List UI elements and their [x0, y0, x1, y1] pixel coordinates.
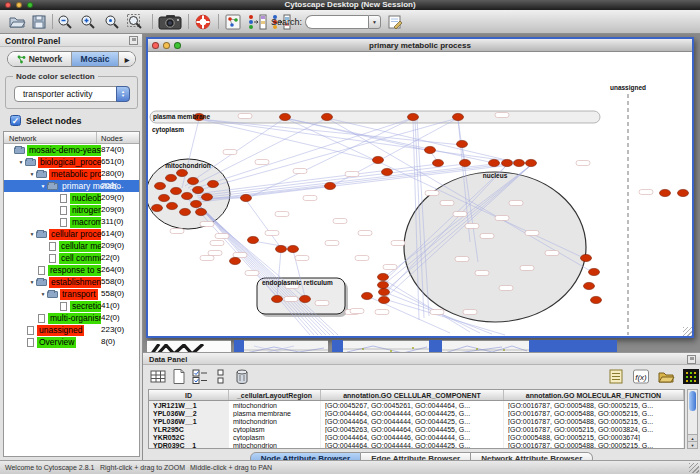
tree-row[interactable]: response to stimul264(0) [4, 264, 139, 276]
network-node[interactable] [489, 159, 500, 166]
network-node[interactable] [202, 193, 213, 200]
scroll-up-icon[interactable]: ▲ [688, 434, 697, 441]
tree-row[interactable]: cellular metabol209(0) [4, 240, 139, 252]
network-node[interactable] [171, 187, 182, 194]
table-cell[interactable]: [GO:0016787, GO:0005488, GO:0005215, G..… [504, 401, 684, 409]
network-overview-icon[interactable] [224, 13, 242, 31]
table-cell[interactable]: YPL036W__2 [149, 409, 229, 417]
tree-row[interactable]: macromolecule311(0) [4, 216, 139, 228]
snapshot-icon[interactable] [158, 13, 182, 31]
network-node[interactable] [453, 113, 464, 120]
delete-attribute-icon[interactable] [233, 368, 251, 385]
background-window-fragment[interactable] [343, 340, 429, 352]
tree-row[interactable]: unassigned223(0) [4, 324, 139, 336]
table-cell[interactable]: cytoplasm [229, 433, 321, 441]
zoom-in-icon[interactable] [79, 13, 97, 31]
network-node[interactable] [433, 159, 444, 166]
expand-triangle-icon[interactable]: ▼ [17, 159, 25, 165]
help-icon[interactable] [194, 13, 212, 31]
table-cell[interactable]: YLR295C [149, 425, 229, 433]
table-row[interactable]: YJR121W__1mitochondrion[GO:0045267, GO:0… [149, 401, 684, 409]
network-node[interactable] [589, 268, 600, 275]
table-column-header[interactable]: annotation.GO CELLULAR_COMPONENT [321, 390, 504, 400]
network-node[interactable] [325, 182, 336, 189]
network-node[interactable] [180, 208, 191, 215]
network-graph[interactable]: plasma membranecytoplasmmitochondrionnuc… [148, 52, 692, 336]
background-window-fragment[interactable] [244, 340, 328, 352]
tree-row[interactable]: ▼establishment of lo558(0) [4, 276, 139, 288]
network-node[interactable] [660, 189, 671, 196]
network-node[interactable] [408, 113, 419, 120]
search-dropdown-icon[interactable]: ▼ [368, 15, 381, 29]
table-row[interactable]: YLR295Ccytoplasm[GO:0045263, GO:0044464,… [149, 425, 684, 433]
tree-col-network[interactable]: Network [4, 132, 97, 143]
tree-row[interactable]: secretion41(0) [4, 300, 139, 312]
network-node[interactable] [193, 186, 204, 193]
network-node[interactable] [188, 177, 199, 184]
tab-overflow-arrow-icon[interactable]: ▶ [119, 52, 135, 66]
expand-triangle-icon[interactable]: ▼ [28, 171, 36, 177]
save-session-icon[interactable] [30, 13, 48, 31]
expand-triangle-icon[interactable]: ▼ [39, 291, 47, 297]
tree-row[interactable]: nucleobase-209(0) [4, 192, 139, 204]
network-node[interactable] [322, 113, 333, 120]
open-session-icon[interactable] [8, 13, 26, 31]
network-node[interactable] [526, 159, 537, 166]
tree-row[interactable]: ▼transport558(0) [4, 288, 139, 300]
scrollbar-thumb[interactable] [689, 391, 696, 411]
network-node[interactable] [166, 174, 177, 181]
network-node[interactable] [378, 273, 389, 280]
app-resize-grip[interactable] [689, 463, 699, 473]
network-node[interactable] [182, 192, 193, 199]
network-node[interactable] [300, 295, 311, 302]
background-window-fragment[interactable] [442, 340, 529, 352]
tree-row[interactable]: ▼cellular process614(0) [4, 228, 139, 240]
network-node[interactable] [276, 245, 287, 252]
vizmapper-icon[interactable] [247, 13, 267, 31]
table-cell[interactable]: [GO:0045263, GO:0044464, GO:0044455, G..… [321, 425, 504, 433]
network-node[interactable] [591, 296, 602, 303]
network-node[interactable] [155, 182, 166, 189]
tree-col-nodes[interactable]: Nodes [97, 132, 139, 143]
float-panel-icon[interactable] [129, 36, 138, 45]
tree-row[interactable]: cell communicat22(0) [4, 252, 139, 264]
expand-triangle-icon[interactable]: ▼ [39, 183, 47, 189]
table-cell[interactable]: mitochondrion [229, 401, 321, 409]
table-cell[interactable]: [GO:0045267, GO:0045261, GO:0044464, G..… [321, 401, 504, 409]
table-cell[interactable]: [GO:0016787, GO:0005215, GO:0003824, G..… [504, 425, 684, 433]
table-row[interactable]: YDR039C__1mitochondrion[GO:0044464, GO:0… [149, 441, 684, 449]
network-node[interactable] [425, 146, 436, 153]
table-cell[interactable]: cytoplasm [229, 425, 321, 433]
tree-row[interactable]: nitrogen compo209(0) [4, 204, 139, 216]
table-cell[interactable]: [GO:0044464, GO:0044444, GO:0044425, G..… [321, 417, 504, 425]
network-node[interactable] [382, 168, 393, 175]
table-cell[interactable]: YPL036W__1 [149, 417, 229, 425]
table-cell[interactable]: [GO:0044464, GO:0044446, GO:0044444, G..… [321, 433, 504, 441]
table-cell[interactable]: YJR121W__1 [149, 401, 229, 409]
network-node[interactable] [379, 288, 390, 295]
network-node[interactable] [457, 140, 468, 147]
network-node[interactable] [230, 257, 241, 264]
network-window-titlebar[interactable]: primary metabolic process [148, 39, 692, 52]
network-node[interactable] [378, 281, 389, 288]
network-node[interactable] [502, 159, 513, 166]
tree-row[interactable]: ▼metabolic process280(0) [4, 168, 139, 180]
table-row[interactable]: YKR052Ccytoplasm[GO:0044464, GO:0044446,… [149, 433, 684, 441]
table-cell[interactable]: plasma membrane [229, 409, 321, 417]
table-cell[interactable]: [GO:0044464, GO:0044444, GO:0044425, G..… [321, 441, 504, 449]
background-window-fragment[interactable] [234, 340, 244, 352]
scroll-down-icon[interactable]: ▼ [688, 441, 697, 448]
new-attribute-icon[interactable] [170, 368, 188, 385]
table-row[interactable]: YPL036W__2plasma membrane[GO:0044464, GO… [149, 409, 684, 417]
search-input[interactable] [305, 15, 368, 29]
table-cell[interactable]: mitochondrion [229, 441, 321, 449]
table-column-header[interactable]: _cellularLayoutRegion [229, 390, 321, 400]
network-node[interactable] [167, 202, 178, 209]
table-column-header[interactable]: annotation.GO MOLECULAR_FUNCTION [504, 390, 684, 400]
network-node[interactable] [241, 194, 252, 201]
network-node[interactable] [373, 156, 384, 163]
network-node[interactable] [288, 245, 299, 252]
zoom-out-icon[interactable] [56, 13, 74, 31]
table-cell[interactable]: [GO:0005488, GO:0005215, GO:0003674] [504, 433, 684, 441]
network-node[interactable] [248, 236, 259, 243]
